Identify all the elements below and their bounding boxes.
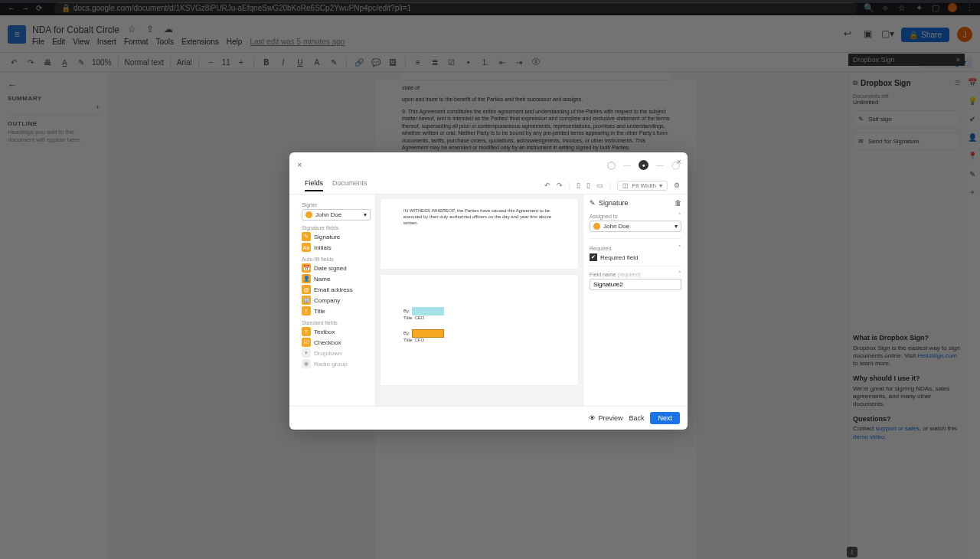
preview-page-1: IN WITNESS WHEREOF, the Parties have cau… (381, 199, 578, 269)
fieldname-input[interactable] (590, 279, 681, 290)
modal-dismiss-icon[interactable]: × (297, 160, 302, 169)
signature-icon: ✎ (302, 232, 311, 241)
chevron-up-icon[interactable]: ˄ (678, 245, 681, 251)
back-button[interactable]: Back (629, 414, 644, 422)
signature-field-1[interactable] (412, 307, 444, 315)
name-icon: 👤 (302, 274, 311, 283)
signer-label: Signer (302, 202, 371, 208)
field-title[interactable]: TTitle (302, 306, 371, 315)
tab-fields[interactable]: Fields (305, 179, 323, 191)
document-preview[interactable]: IN WITNESS WHEREOF, the Parties have cau… (376, 195, 583, 406)
fit-width-button[interactable]: ◫ Fit Width ▾ (617, 181, 668, 191)
undo-icon[interactable]: ↶ (544, 181, 550, 189)
signer-b-avatar[interactable]: ● (639, 160, 648, 170)
group-autofill: Auto-fill fields (302, 257, 371, 262)
eye-icon: 👁 (589, 414, 596, 422)
modal-toolbar: Fields Documents ↶ ↷ | ▯ ▯ ▭ | ◫ Fit Wid… (289, 177, 688, 195)
radio-icon: ◉ (302, 359, 311, 368)
field-email[interactable]: @Email address (302, 285, 371, 294)
tab-documents[interactable]: Documents (332, 179, 368, 191)
grid-icon[interactable]: ▭ (596, 181, 603, 189)
title-icon: T (302, 306, 311, 315)
modal-close-icon[interactable]: × (677, 157, 681, 166)
preview-button[interactable]: 👁Preview (589, 414, 622, 422)
company-icon: 🏢 (302, 296, 311, 305)
field-company[interactable]: 🏢Company (302, 296, 371, 305)
page2-icon[interactable]: ▯ (586, 181, 590, 189)
signer-value: John Doe (315, 211, 341, 218)
assigned-value: John Doe (603, 223, 629, 230)
date-icon: 📅 (302, 263, 311, 273)
check-icon: ✔ (590, 253, 597, 261)
signature-editor-modal: × × ◯ — ● — ◯ Fields Documents ↶ ↷ | ▯ ▯ (289, 152, 688, 430)
fit-label: Fit Width (632, 182, 656, 189)
redo-icon[interactable]: ↷ (557, 181, 563, 189)
textbox-icon: T (302, 327, 311, 336)
signature-field-2-selected[interactable] (412, 329, 444, 338)
fields-palette: Signer John Doe ▾ Signature fields ✎Sign… (289, 195, 376, 406)
assignee-color-icon (593, 223, 600, 230)
title-ceo: Title: CEO (403, 315, 555, 322)
title-cfo: Title: CFO (403, 338, 555, 344)
assigned-select[interactable]: John Doe ▾ (590, 221, 681, 232)
assigned-label: Assigned to (590, 214, 618, 219)
field-radio[interactable]: ◉Radio group (302, 359, 371, 368)
field-dropdown[interactable]: ▾Dropdown (302, 348, 371, 358)
initials-icon: Aa (302, 243, 311, 252)
modal-footer: 👁Preview Back Next (289, 406, 688, 430)
chevron-down-icon: ▾ (659, 182, 662, 189)
settings-icon[interactable]: ⚙ (674, 181, 680, 189)
group-signature: Signature fields (302, 225, 371, 230)
field-date[interactable]: 📅Date signed (302, 263, 371, 273)
fieldname-label: Field name (590, 272, 616, 277)
signer-color-icon (305, 211, 312, 218)
signer-select[interactable]: John Doe ▾ (302, 209, 371, 221)
email-icon: @ (302, 285, 311, 294)
chevron-up-icon[interactable]: ˄ (678, 213, 681, 219)
delete-field-icon[interactable]: 🗑 (675, 199, 681, 207)
field-initials[interactable]: AaInitials (302, 243, 371, 252)
field-checkbox[interactable]: ☑Checkbox (302, 338, 371, 347)
required-label: Required (590, 246, 611, 251)
field-properties: ✎ Signature 🗑 Assigned to˄ John Doe ▾ Re… (583, 195, 688, 406)
next-button[interactable]: Next (650, 412, 680, 424)
field-textbox[interactable]: TTextbox (302, 327, 371, 336)
signature-icon: ✎ (590, 199, 596, 207)
required-field-label: Required field (600, 254, 638, 261)
required-checkbox[interactable]: ✔ Required field (590, 253, 681, 261)
modal-topbar: × ◯ — ● — ◯ (289, 152, 688, 177)
docs-body: ← SUMMARY + OUTLINE Headings you add to … (0, 72, 980, 559)
signer-a-icon[interactable]: ◯ (607, 161, 616, 169)
group-standard: Standard fields (302, 320, 371, 325)
chevron-down-icon: ▾ (675, 223, 678, 230)
chevron-down-icon: ▾ (364, 211, 367, 218)
preview-text: IN WITNESS WHEREOF, the Parties have cau… (403, 208, 555, 226)
by-label: By: (403, 331, 410, 337)
chevron-up-icon[interactable]: ˄ (678, 271, 681, 277)
field-name[interactable]: 👤Name (302, 274, 371, 283)
field-signature[interactable]: ✎Signature (302, 232, 371, 241)
preview-page-2: By: Title: CEO By: Title: CFO (381, 275, 578, 385)
checkbox-icon: ☑ (302, 338, 311, 347)
fit-icon: ◫ (622, 182, 629, 189)
page1-icon[interactable]: ▯ (577, 181, 580, 189)
dropdown-icon: ▾ (302, 348, 311, 358)
prop-header: Signature (599, 199, 629, 207)
fieldname-hint: (required) (618, 272, 641, 277)
by-label: By: (403, 309, 410, 315)
